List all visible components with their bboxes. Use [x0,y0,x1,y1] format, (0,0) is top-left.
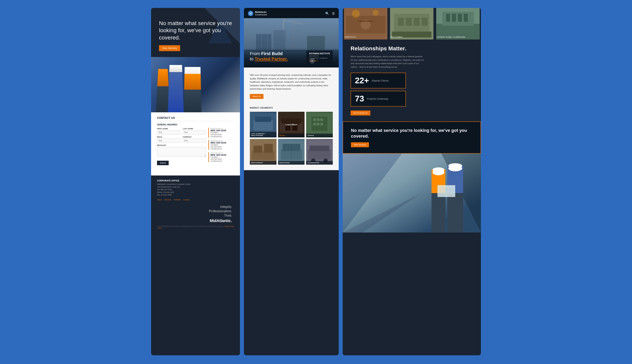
svg-point-75 [432,168,444,172]
country-clubs-label: COUNTRY CLUBS / CLUBHOUSES [437,36,465,38]
relationships-section: Relationships Matter. We're more than ju… [343,40,481,122]
market-segments-section: MARKET SEGMENTS LIFE SCIENCES / HEALTHCA… [244,103,339,170]
segment-grid-bottom: RESTAURANT EDUCATION [250,139,333,165]
segment-life-sciences[interactable]: LIFE SCIENCES / HEALTHCARE [250,112,277,138]
footer-nav-portfolio[interactable]: Portfolio [174,199,181,201]
email-label: EMAIL [157,136,180,138]
form-left: FIRST NAME LAST NAME EMAIL [157,128,206,165]
about-button[interactable]: About Us [250,94,263,99]
left-view-services-button[interactable]: View Services [159,45,180,51]
segment-office[interactable]: OFFICE [306,112,333,138]
company-label: COMPANY [183,136,206,138]
stats-row: 22+ Repeat Clients 73 Projects Underway [351,73,473,106]
menu-icon[interactable]: ☰ [332,12,335,16]
country-clubs-image [435,8,481,40]
contact-form: FIRST NAME LAST NAME EMAIL [157,128,234,165]
contact-person-1: New Projects MIKE VAN SAUN President 000… [208,128,234,138]
country-clubs-card[interactable]: COUNTRY CLUBS / CLUBHOUSES [435,8,481,40]
footer-nav-about[interactable]: About [157,199,162,201]
right-panel: HOSPITALITY MULTI-FAMILY [343,8,481,355]
svg-rect-17 [255,117,271,122]
last-name-input[interactable] [183,130,206,134]
left-hero-tagline: No matter what service you're looking fo… [159,20,232,41]
office-label: OFFICE [306,134,333,138]
hero-wrapper: From First Build to Trusted Partner. ROT… [244,18,339,68]
hospitality-card[interactable]: HOSPITALITY [343,8,389,40]
segment-grid-top: LIFE SCIENCES / HEALTHCARE [250,112,333,138]
multifamily-image [389,8,435,40]
privacy-policy-link[interactable]: Privacy Policy [224,226,234,227]
right-view-services-button[interactable]: View Services [351,142,369,147]
svg-rect-63 [458,14,462,22]
footer-nav-services[interactable]: Services [165,199,171,201]
logo-text: MidAtlantic Construction [255,11,267,16]
corporate-address: MidAtlantic Construction Corporate Cente… [157,183,234,196]
svg-rect-28 [320,118,323,121]
message-input[interactable] [157,147,206,157]
first-name-input[interactable] [157,130,180,134]
stat-label-repeat: Repeat Clients [372,79,388,82]
restaurant-label: RESTAURANT [250,161,277,165]
footer-nav-contact[interactable]: Contact [183,199,189,201]
worker-figure-3 [183,67,202,112]
message-group: MESSAGE [157,144,206,158]
stat-number-22: 22+ [355,76,369,85]
first-name-group: FIRST NAME [157,128,180,134]
submit-button[interactable]: Submit [157,161,169,165]
stat-repeat-clients: 22+ Repeat Clients [351,73,406,88]
svg-rect-27 [317,118,319,121]
hospitality-image [343,8,389,40]
segment-automotive[interactable]: AUTOMOTIVE [306,139,333,165]
right-bottom-image [343,154,481,232]
life-sciences-label: LIFE SCIENCES / HEALTHCARE [250,132,277,138]
automotive-label: AUTOMOTIVE [306,161,333,165]
corporate-title: CORPORATE OFFICE [157,180,234,182]
services-cta-title: No matter what service you're looking fo… [351,128,473,139]
svg-rect-74 [447,193,463,232]
left-footer: CORPORATE OFFICE MidAtlantic Constructio… [151,176,240,233]
relationships-title: Relationships Matter. [351,46,473,52]
terms-link[interactable]: Terms [158,227,162,229]
svg-rect-35 [264,144,273,153]
svg-rect-29 [313,123,316,125]
retail-label: RETAIL › [278,134,305,138]
middle-panel: MidAtlantic Construction 🔍 ☰ [244,8,339,355]
stat-projects-underway: 73 Projects Underway [351,91,406,106]
header-icons: 🔍 ☰ [325,12,335,16]
company-group: COMPANY [183,136,206,143]
email-input[interactable] [157,138,180,143]
multifamily-label: MULTI-FAMILY [391,36,403,38]
svg-rect-56 [422,18,428,26]
logo-circle [248,11,253,16]
svg-point-50 [373,10,379,16]
left-hero-section: No matter what service you're looking fo… [151,8,240,57]
relationships-text: We're more than just colleagues; we're a… [351,55,426,69]
footer-copyright: © 2024 MidAtlantic Construction. All Rig… [157,226,234,229]
svg-rect-53 [398,18,404,26]
segment-education[interactable]: EDUCATION [278,139,305,165]
svg-rect-54 [406,18,412,26]
svg-rect-62 [452,14,456,22]
svg-rect-77 [437,185,455,197]
stat-label-projects: Projects Underway [367,97,388,100]
search-icon[interactable]: 🔍 [325,12,329,16]
last-name-group: LAST NAME [183,128,206,134]
name-row: FIRST NAME LAST NAME [157,128,206,134]
stat-number-73: 73 [355,94,364,104]
left-workers-image [151,57,240,112]
segment-restaurant[interactable]: RESTAURANT [250,139,277,165]
services-cta: No matter what service you're looking fo… [343,122,481,154]
svg-point-76 [448,163,462,168]
get-to-know-button[interactable]: Get To Know Us [351,110,370,116]
pause-button[interactable]: ⏸ [309,58,315,64]
svg-rect-55 [414,18,420,26]
phone-logo: MidAtlantic Construction [248,11,267,16]
about-text: With over 38 years of award-winning work… [250,74,333,91]
left-panel: No matter what service you're looking fo… [151,8,240,355]
hospitality-label: HOSPITALITY [345,36,356,38]
phone-header: MidAtlantic Construction 🔍 ☰ [244,8,339,18]
svg-rect-31 [320,123,323,125]
multifamily-card[interactable]: MULTI-FAMILY [389,8,435,40]
segment-retail[interactable]: Learn More RETAIL › [278,112,305,138]
company-input[interactable] [183,138,206,143]
